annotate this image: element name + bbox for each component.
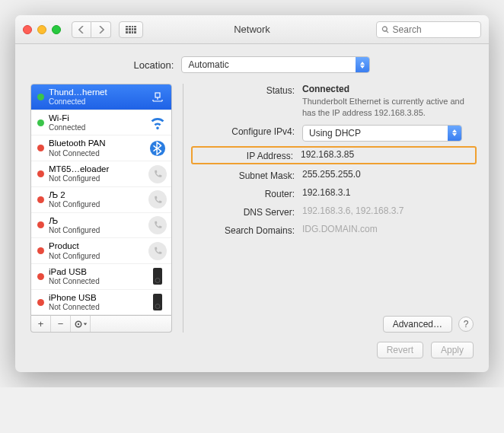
- wifi-icon: [148, 113, 167, 132]
- sidebar-item[interactable]: Thund…hernetConnected: [31, 84, 171, 110]
- sidebar-item-status: Not Configured: [49, 226, 144, 235]
- sidebar-item-status: Connected: [49, 123, 144, 132]
- bluetooth-icon: [148, 139, 167, 158]
- sidebar-item-status: Not Configured: [49, 200, 144, 209]
- status-dot-icon: [37, 170, 44, 177]
- chevron-left-icon: [78, 26, 85, 33]
- sidebar-item-name: Wi-Fi: [49, 113, 144, 123]
- status-dot-icon: [37, 273, 44, 280]
- chevron-right-icon: [98, 26, 104, 33]
- location-select[interactable]: Automatic: [181, 56, 370, 73]
- titlebar: Network: [15, 15, 489, 44]
- advanced-button[interactable]: Advanced…: [383, 316, 452, 333]
- ip-address-label: IP Address:: [193, 149, 301, 161]
- svg-point-2: [77, 323, 78, 325]
- status-value: Connected: [302, 84, 474, 94]
- search-domains-label: Search Domains:: [194, 224, 302, 236]
- sidebar-item[interactable]: ProductNot Configured: [31, 238, 171, 264]
- apply-button[interactable]: Apply: [431, 342, 474, 358]
- status-row: Status: Connected Thunderbolt Ethernet i…: [194, 84, 474, 119]
- traffic-lights: [23, 25, 61, 34]
- sidebar-item-status: Not Configured: [49, 174, 144, 183]
- subnet-mask-value: 255.255.255.0: [302, 169, 474, 180]
- dns-server-label: DNS Server:: [194, 205, 302, 218]
- dns-server-row: DNS Server: 192.168.3.6, 192.168.3.7: [194, 205, 474, 218]
- back-button[interactable]: [72, 21, 91, 38]
- revert-button[interactable]: Revert: [377, 342, 423, 358]
- ethernet-icon: [148, 88, 167, 106]
- content: Thund…hernetConnectedWi-FiConnectedBluet…: [30, 84, 474, 333]
- interface-list[interactable]: Thund…hernetConnectedWi-FiConnectedBluet…: [30, 84, 172, 316]
- device-icon: [148, 293, 167, 311]
- show-all-button[interactable]: [119, 21, 143, 38]
- status-dot-icon: [37, 247, 44, 254]
- search-input[interactable]: [393, 24, 476, 35]
- configure-ipv4-value: Using DHCP: [309, 128, 448, 138]
- sidebar-item-name: Љ: [49, 216, 144, 226]
- sidebar-item[interactable]: Wi-FiConnected: [31, 110, 171, 136]
- status-dot-icon: [37, 145, 44, 151]
- search-domains-value: IDG.DOMAIN.com: [302, 224, 474, 234]
- svg-rect-0: [155, 93, 160, 97]
- status-dot-icon: [37, 299, 44, 306]
- status-dot-icon: [37, 196, 44, 203]
- subnet-mask-row: Subnet Mask: 255.255.255.0: [194, 169, 474, 181]
- updown-caret-icon: [448, 126, 461, 141]
- remove-interface-button[interactable]: −: [51, 316, 71, 332]
- sidebar-item[interactable]: iPad USBNot Connected: [31, 264, 171, 290]
- ip-address-row: IP Address: 192.168.3.85: [191, 146, 477, 164]
- sidebar-item[interactable]: MT65…eloaderNot Configured: [31, 161, 171, 187]
- router-value: 192.168.3.1: [302, 187, 474, 198]
- sidebar-item-name: Thund…hernet: [49, 88, 144, 97]
- location-label: Location:: [134, 59, 174, 71]
- minimize-window-button[interactable]: [37, 25, 46, 34]
- status-label: Status:: [194, 84, 302, 96]
- sidebar-item-name: Љ 2: [49, 190, 144, 200]
- sidebar-item-name: MT65…eloader: [49, 164, 144, 174]
- body: Location: Automatic Thund…hernetConnecte…: [15, 44, 489, 372]
- sidebar-wrap: Thund…hernetConnectedWi-FiConnectedBluet…: [30, 84, 172, 333]
- sidebar-item-status: Connected: [49, 97, 144, 107]
- status-dot-icon: [37, 94, 44, 100]
- footer: Revert Apply: [30, 342, 474, 358]
- status-description: Thunderbolt Ethernet is currently active…: [302, 96, 474, 119]
- close-window-button[interactable]: [23, 25, 32, 34]
- detail-panel: Status: Connected Thunderbolt Ethernet i…: [194, 84, 474, 333]
- sidebar-item-status: Not Connected: [49, 303, 144, 312]
- sidebar-item-name: iPad USB: [49, 267, 144, 277]
- sidebar-item-status: Not Connected: [49, 149, 144, 158]
- sidebar-item-status: Not Connected: [49, 277, 144, 286]
- add-interface-button[interactable]: +: [31, 316, 51, 332]
- phone-handset-icon: [148, 216, 167, 234]
- phone-handset-icon: [148, 190, 167, 209]
- help-button[interactable]: ?: [458, 317, 474, 332]
- sidebar-item[interactable]: Bluetooth PANNot Connected: [31, 135, 171, 161]
- action-menu-button[interactable]: [71, 316, 91, 332]
- sidebar-item-name: Bluetooth PAN: [49, 138, 144, 148]
- sidebar-toolbar: + −: [30, 316, 172, 333]
- nav-buttons: [72, 21, 111, 38]
- advanced-row: Advanced… ?: [194, 307, 474, 333]
- gear-menu-icon: [74, 320, 88, 329]
- sidebar-item[interactable]: iPhone USBNot Connected: [31, 290, 171, 316]
- status-dot-icon: [37, 221, 44, 228]
- router-row: Router: 192.168.3.1: [194, 187, 474, 199]
- subnet-mask-label: Subnet Mask:: [194, 169, 302, 181]
- search-field[interactable]: [376, 21, 481, 38]
- configure-ipv4-select[interactable]: Using DHCP: [302, 125, 462, 142]
- search-icon: [381, 25, 390, 34]
- divider: [183, 84, 183, 333]
- configure-ipv4-label: Configure IPv4:: [194, 125, 302, 137]
- grid-icon: [126, 26, 136, 33]
- ip-address-value: 192.168.3.85: [301, 149, 475, 160]
- sidebar-item[interactable]: ЉNot Configured: [31, 213, 171, 239]
- forward-button[interactable]: [91, 21, 111, 38]
- network-window: Network Location: Automatic Thund…hernet…: [15, 15, 489, 372]
- configure-ipv4-row: Configure IPv4: Using DHCP: [194, 125, 474, 142]
- dns-server-value: 192.168.3.6, 192.168.3.7: [302, 205, 474, 216]
- zoom-window-button[interactable]: [52, 25, 61, 34]
- location-value: Automatic: [188, 59, 356, 70]
- status-dot-icon: [37, 119, 44, 126]
- sidebar-item-name: Product: [49, 241, 144, 251]
- sidebar-item[interactable]: Љ 2Not Configured: [31, 187, 171, 213]
